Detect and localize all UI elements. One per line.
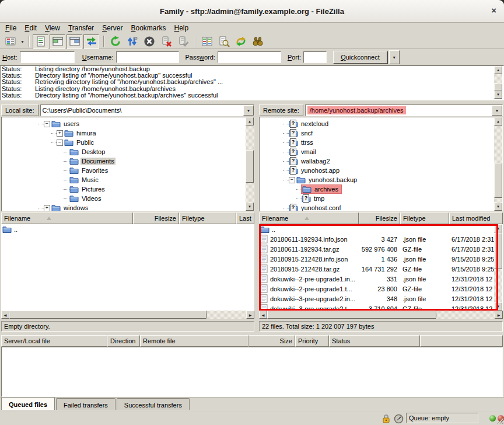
scroll-up-icon[interactable]: ▲ xyxy=(494,224,502,232)
queue-column-status[interactable]: Status xyxy=(329,335,420,347)
scroll-up-icon[interactable]: ▲ xyxy=(494,66,502,74)
remote-site-path[interactable]: /home/yunohost.backup/archives ▼ xyxy=(305,104,503,116)
scroll-thumb[interactable] xyxy=(494,163,502,198)
refresh-button[interactable] xyxy=(107,34,123,49)
file-row[interactable]: dokuwiki--3-pre-upgrade2.in...348.json f… xyxy=(259,294,503,304)
queue-column-size[interactable]: Size xyxy=(249,335,295,347)
quickconnect-button[interactable]: Quickconnect xyxy=(333,51,387,64)
tree-node-Public[interactable]: −Public xyxy=(2,138,254,147)
file-row[interactable]: dokuwiki--2-pre-upgrade1.in...331.json f… xyxy=(259,274,503,284)
tree-node-Music[interactable]: Music xyxy=(2,175,254,184)
column-header-last-modified[interactable]: Last modified xyxy=(449,212,503,224)
scroll-thumb[interactable] xyxy=(246,150,254,183)
file-row[interactable]: dokuwiki--3-pre-upgrade2.t...3 710 604GZ… xyxy=(259,304,503,311)
column-header-filetype[interactable]: Filetype xyxy=(179,212,236,224)
file-row[interactable]: .. xyxy=(259,224,503,234)
local-hscrollbar[interactable]: ◀ ▶ xyxy=(1,311,254,319)
column-header-filesize[interactable]: Filesize xyxy=(133,212,179,224)
file-row[interactable]: .. xyxy=(1,224,254,234)
tree-node-yunohost.backup[interactable]: −yunohost.backup xyxy=(260,175,502,184)
menu-view[interactable]: View xyxy=(42,23,65,33)
chevron-down-icon[interactable]: ▼ xyxy=(492,105,502,116)
lock-icon[interactable] xyxy=(382,413,391,425)
local-site-path[interactable]: C:\users\Public\Documents\ ▼ xyxy=(40,104,254,116)
find-files-button[interactable] xyxy=(250,34,265,49)
tree-node-vmail[interactable]: ?vmail xyxy=(260,147,502,156)
tree-node-archives[interactable]: archives xyxy=(260,184,502,194)
scroll-right-icon[interactable]: ▶ xyxy=(246,311,254,319)
tree-node-wallabag2[interactable]: ?wallabag2 xyxy=(260,156,502,166)
quickconnect-dropdown-icon[interactable]: ▼ xyxy=(389,50,400,64)
username-input[interactable] xyxy=(116,51,179,63)
tree-node-windows[interactable]: +windows xyxy=(2,203,254,211)
toggle-transfer-queue-button[interactable] xyxy=(83,34,99,49)
scroll-thumb[interactable] xyxy=(494,83,502,90)
column-header-filesize[interactable]: Filesize xyxy=(359,212,400,224)
toggle-remote-tree-button[interactable] xyxy=(66,34,82,49)
scroll-down-icon[interactable]: ▼ xyxy=(246,203,254,211)
tab-failed-transfers[interactable]: Failed transfers xyxy=(56,398,116,410)
chevron-down-icon[interactable]: ▼ xyxy=(243,105,254,116)
remote-hscrollbar[interactable]: ◀ ▶ xyxy=(259,311,503,319)
menu-server[interactable]: Server xyxy=(99,23,128,33)
queue-column-server-local-file[interactable]: Server/Local file xyxy=(1,335,107,347)
scroll-up-icon[interactable]: ▲ xyxy=(246,117,254,126)
menu-help[interactable]: Help xyxy=(172,23,194,33)
expand-icon[interactable]: + xyxy=(57,130,63,137)
queue-column-priority[interactable]: Priority xyxy=(295,335,329,347)
menu-edit[interactable]: Edit xyxy=(22,23,42,33)
toggle-local-tree-button[interactable] xyxy=(50,34,65,49)
toggle-message-log-button[interactable] xyxy=(33,34,48,49)
filter-button[interactable] xyxy=(216,34,232,49)
tree-node-nextcloud[interactable]: ?nextcloud xyxy=(260,119,502,128)
tree-node-sncf[interactable]: ?sncf xyxy=(260,128,502,138)
tree-node-yunohost.conf[interactable]: ?yunohost.conf xyxy=(260,203,502,211)
tree-node-Videos[interactable]: Videos xyxy=(2,194,254,203)
file-row[interactable]: 20180915-212428.tar.gz164 731 292GZ-file… xyxy=(259,264,503,274)
password-input[interactable] xyxy=(218,51,281,63)
tree-node-Desktop[interactable]: Desktop xyxy=(2,147,254,156)
host-input[interactable] xyxy=(20,51,75,63)
site-manager-button[interactable] xyxy=(2,34,18,49)
scroll-down-icon[interactable]: ▼ xyxy=(494,90,502,99)
file-row[interactable]: 20180915-212428.info.json1 436.json file… xyxy=(259,254,503,264)
tree-node-ttrss[interactable]: ?ttrss xyxy=(260,138,502,147)
collapse-icon[interactable]: − xyxy=(57,140,63,146)
queue-column-direction[interactable]: Direction xyxy=(107,335,140,347)
tree-node-Favorites[interactable]: Favorites xyxy=(2,166,254,175)
scroll-thumb[interactable] xyxy=(494,233,502,269)
log-scrollbar[interactable]: ▲ ▼ xyxy=(494,66,502,99)
close-icon[interactable]: × xyxy=(491,5,496,16)
scroll-right-icon[interactable]: ▶ xyxy=(495,311,503,319)
process-queue-button[interactable] xyxy=(124,34,140,49)
local-tree-scrollbar[interactable]: ▲ ▼ xyxy=(246,117,254,211)
collapse-icon[interactable]: − xyxy=(44,121,50,127)
tree-node-yunohost.app[interactable]: ?yunohost.app xyxy=(260,166,502,175)
scroll-down-icon[interactable]: ▼ xyxy=(494,302,502,311)
remote-list-scrollbar[interactable]: ▲ ▼ xyxy=(494,224,502,311)
tree-node-users[interactable]: −users xyxy=(2,119,254,128)
site-manager-dropdown-icon[interactable]: ▼ xyxy=(19,35,26,48)
scroll-down-icon[interactable]: ▼ xyxy=(494,203,502,211)
reconnect-button[interactable] xyxy=(175,34,191,49)
port-input[interactable] xyxy=(303,51,327,63)
queue-column-remote-file[interactable]: Remote file xyxy=(140,335,249,347)
file-row[interactable]: 20180611-192934.info.json3 427.json file… xyxy=(259,234,503,244)
collapse-icon[interactable]: − xyxy=(289,177,295,183)
scroll-up-icon[interactable]: ▲ xyxy=(494,117,502,126)
tree-node-Documents[interactable]: Documents xyxy=(2,156,254,166)
directory-comparison-button[interactable] xyxy=(199,34,215,49)
menu-bookmarks[interactable]: Bookmarks xyxy=(128,23,171,33)
column-header-last[interactable]: Last xyxy=(236,212,254,224)
file-row[interactable]: dokuwiki--2-pre-upgrade1.t...23 800GZ-fi… xyxy=(259,284,503,294)
tab-successful-transfers[interactable]: Successful transfers xyxy=(117,398,190,410)
column-header-filename[interactable]: Filename xyxy=(1,212,133,224)
tree-node-himura[interactable]: +himura xyxy=(2,128,254,138)
disconnect-button[interactable] xyxy=(158,34,174,49)
scroll-left-icon[interactable]: ◀ xyxy=(259,311,267,319)
tab-queued-files[interactable]: Queued files xyxy=(1,397,55,410)
scroll-thumb[interactable] xyxy=(9,311,206,319)
scroll-left-icon[interactable]: ◀ xyxy=(1,311,9,319)
column-header-filetype[interactable]: Filetype xyxy=(400,212,449,224)
tree-node-Pictures[interactable]: Pictures xyxy=(2,184,254,194)
